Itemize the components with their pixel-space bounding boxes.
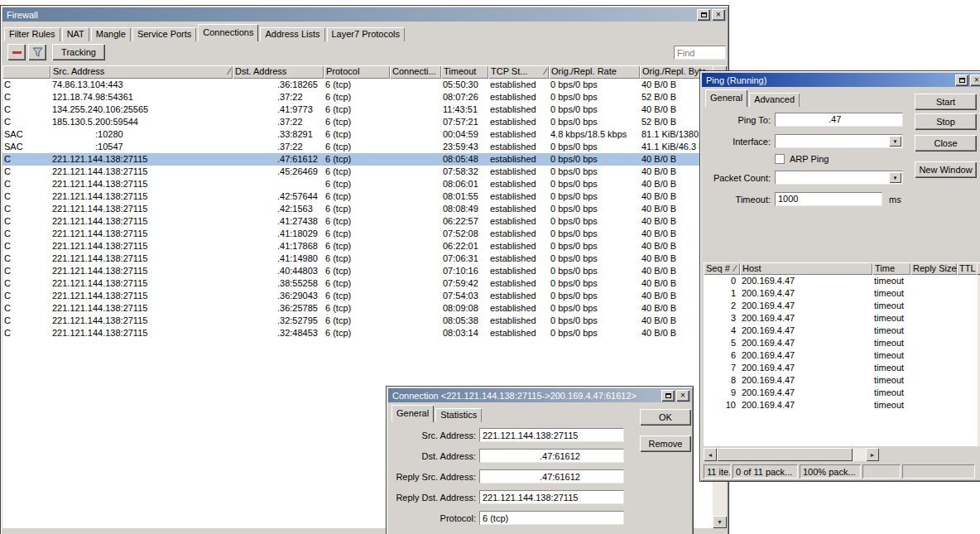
field-value[interactable]: 221.121.144.138:27115	[479, 490, 624, 504]
table-row[interactable]: C 221.121.144.138:27115 .41:18029 6 (tcp…	[2, 228, 713, 240]
table-row[interactable]: 2 200.169.4.47 timeout	[704, 300, 978, 312]
cell-time: timeout	[872, 399, 910, 411]
table-row[interactable]: C 221.121.144.138:27115 .36:29043 6 (tcp…	[2, 290, 713, 302]
column-header[interactable]: Src. Address ∕	[50, 65, 233, 79]
firewall-tab[interactable]: Filter Rules	[4, 27, 60, 41]
scroll-right-icon[interactable]: ►	[866, 448, 879, 461]
table-row[interactable]: 10 200.169.4.47 timeout	[704, 399, 978, 411]
column-header[interactable]: Dst. Address	[233, 65, 324, 79]
column-header[interactable]: Orig./Repl. Rate	[549, 65, 640, 79]
table-row[interactable]: C 221.121.144.138:27115 .32:48453 6 (tcp…	[2, 327, 713, 339]
table-row[interactable]: C 221.121.144.138:27115 6 (tcp) 08:06:01…	[2, 178, 713, 190]
table-row[interactable]: C 221.121.144.138:27115 .38:55258 6 (tcp…	[2, 277, 713, 290]
table-row[interactable]: C 221.121.144.138:27115 .41:17868 6 (tcp…	[2, 240, 713, 253]
field-value[interactable]: 6 (tcp)	[479, 511, 624, 525]
close-button[interactable]: ×	[712, 9, 725, 21]
field-value[interactable]: .47:61612	[479, 449, 624, 463]
table-row[interactable]: C 134.255.240.106:25565 .41:9773 6 (tcp)…	[2, 103, 713, 116]
restore-button[interactable]	[661, 390, 675, 402]
column-header[interactable]: TTL	[957, 262, 978, 275]
connection-tab[interactable]: General	[392, 405, 434, 422]
table-row[interactable]: C 221.121.144.138:27115 .32:52795 6 (tcp…	[2, 315, 713, 327]
table-row[interactable]: 5 200.169.4.47 timeout	[704, 337, 978, 349]
table-row[interactable]: C 121.18.74.98:54361 .37:22 6 (tcp) 08:0…	[2, 91, 713, 103]
table-row[interactable]: 7 200.169.4.47 timeout	[704, 362, 978, 374]
table-row[interactable]: C 221.121.144.138:27115 .47:61612 6 (tcp…	[2, 153, 713, 166]
column-header[interactable]: Time	[872, 262, 910, 275]
remove-connection-button[interactable]	[7, 44, 26, 60]
table-row[interactable]: C 221.121.144.138:27115 .40:44803 6 (tcp…	[2, 265, 713, 277]
table-row[interactable]: C 221.121.144.138:27115 .36:25785 6 (tcp…	[2, 302, 713, 315]
table-row[interactable]: C 74.86.13.104:443 .36:18265 6 (tcp) 05:…	[2, 79, 713, 91]
ping-to-input[interactable]: .47	[775, 113, 903, 127]
restore-button[interactable]	[697, 9, 710, 21]
tracking-button[interactable]: Tracking	[52, 44, 105, 60]
dialog-button[interactable]: OK	[640, 409, 691, 426]
find-input[interactable]	[674, 46, 726, 60]
dialog-button[interactable]: Remove	[640, 435, 691, 452]
ping-tab[interactable]: General	[705, 89, 747, 107]
packet-count-input[interactable]: ▼	[775, 171, 903, 185]
firewall-tabstrip: Filter RulesNATMangleService PortsConnec…	[4, 24, 406, 41]
column-header[interactable]: Connecti...	[390, 65, 441, 79]
column-select-button[interactable]: ▼	[977, 262, 980, 275]
firewall-titlebar[interactable]: Firewall ×	[2, 7, 727, 22]
table-row[interactable]: SAC :10280 .33:8291 6 (tcp) 00:04:59 est…	[2, 128, 713, 141]
column-header[interactable]: Timeout	[441, 65, 488, 79]
close-button[interactable]: ×	[676, 390, 689, 402]
ping-action-button[interactable]: Close	[915, 135, 977, 152]
restore-button[interactable]	[955, 75, 968, 86]
table-row[interactable]: 8 200.169.4.47 timeout	[704, 374, 978, 387]
firewall-tab[interactable]: Service Ports	[132, 27, 196, 41]
table-row[interactable]: C 221.121.144.138:27115 .42:57644 6 (tcp…	[2, 190, 713, 203]
cell-ttl	[957, 387, 978, 399]
cell-dst-address	[233, 178, 324, 190]
filter-button[interactable]	[28, 44, 46, 60]
table-row[interactable]: 3 200.169.4.47 timeout	[704, 312, 978, 325]
column-header[interactable]: Host	[740, 262, 872, 275]
firewall-tab[interactable]: Mangle	[91, 27, 131, 41]
scrollbar-thumb[interactable]	[717, 448, 853, 461]
chevron-down-icon[interactable]: ▼	[889, 136, 901, 147]
ping-tab[interactable]: Advanced	[749, 93, 800, 107]
table-row[interactable]: 9 200.169.4.47 timeout	[704, 387, 978, 399]
arp-ping-checkbox[interactable]	[775, 154, 785, 164]
ping-action-button[interactable]: New Window	[915, 161, 977, 178]
timeout-input[interactable]: 1000	[775, 192, 882, 206]
connection-titlebar[interactable]: Connection <221.121.144.138:27115->200.1…	[388, 388, 691, 402]
scroll-down-icon[interactable]: ▼	[713, 516, 727, 528]
table-row[interactable]: 6 200.169.4.47 timeout	[704, 349, 978, 362]
cell-time: timeout	[872, 387, 910, 399]
table-row[interactable]: C 221.121.144.138:27115 .41:27438 6 (tcp…	[2, 215, 713, 228]
firewall-tab[interactable]: Layer7 Protocols	[327, 27, 406, 41]
table-row[interactable]: C 221.121.144.138:27115 .45:26469 6 (tcp…	[2, 166, 713, 178]
table-row[interactable]: 4 200.169.4.47 timeout	[704, 325, 978, 337]
column-header[interactable]	[2, 65, 50, 79]
interface-select[interactable]: ▼	[775, 134, 903, 148]
table-row[interactable]: C 185.130.5.200:59544 .37:22 6 (tcp) 07:…	[2, 116, 713, 128]
table-row[interactable]: SAC :10547 .37:22 6 (tcp) 23:59:43 estab…	[2, 141, 713, 153]
firewall-tab[interactable]: Connections	[198, 24, 258, 41]
cell-tcp-state: established	[488, 91, 549, 103]
column-header[interactable]: TCP St... ∕	[488, 65, 549, 79]
scroll-left-icon[interactable]: ◄	[704, 448, 717, 461]
column-header[interactable]: Protocol	[324, 65, 390, 79]
ping-action-button[interactable]: Start	[915, 94, 977, 110]
sort-indicator-icon: ∕	[542, 65, 546, 79]
ping-horizontal-scrollbar[interactable]: ◄ ►	[704, 448, 879, 461]
column-header[interactable]: Seq # ∕	[704, 262, 740, 275]
connection-tab[interactable]: Statistics	[435, 408, 482, 422]
field-value[interactable]: .47:61612	[479, 469, 624, 483]
table-row[interactable]: C 221.121.144.138:27115 .41:14980 6 (tcp…	[2, 253, 713, 265]
ping-action-button[interactable]: Stop	[915, 113, 977, 130]
table-row[interactable]: 1 200.169.4.47 timeout	[704, 287, 978, 300]
table-row[interactable]: C 221.121.144.138:27115 .42:1563 6 (tcp)…	[2, 203, 713, 215]
close-button[interactable]: ×	[970, 75, 980, 86]
firewall-tab[interactable]: NAT	[62, 27, 89, 41]
ping-titlebar[interactable]: Ping (Running) ×	[702, 73, 980, 87]
firewall-tab[interactable]: Address Lists	[260, 27, 324, 41]
column-header[interactable]: Reply Size	[910, 262, 957, 275]
chevron-down-icon[interactable]: ▼	[889, 172, 901, 183]
field-value[interactable]: 221.121.144.138:27115	[479, 428, 624, 442]
table-row[interactable]: 0 200.169.4.47 timeout	[704, 275, 978, 287]
